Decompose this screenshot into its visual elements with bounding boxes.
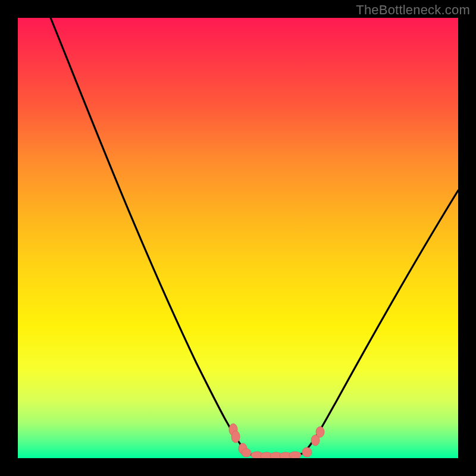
watermark-text: TheBottleneck.com xyxy=(356,2,470,18)
trough-markers xyxy=(229,424,324,458)
svg-point-0 xyxy=(229,424,237,436)
svg-point-5 xyxy=(261,452,273,458)
plot-area xyxy=(18,18,458,458)
svg-point-9 xyxy=(302,447,312,457)
svg-point-7 xyxy=(280,452,292,458)
svg-point-6 xyxy=(270,452,282,458)
svg-point-8 xyxy=(289,452,301,458)
svg-point-3 xyxy=(242,449,251,457)
svg-point-11 xyxy=(316,427,324,437)
v-curve xyxy=(51,18,458,456)
chart-overlay xyxy=(18,18,458,458)
svg-point-1 xyxy=(231,431,240,443)
chart-frame: TheBottleneck.com xyxy=(0,0,476,476)
svg-point-2 xyxy=(239,443,247,454)
svg-point-4 xyxy=(251,452,263,458)
svg-point-10 xyxy=(311,435,320,446)
